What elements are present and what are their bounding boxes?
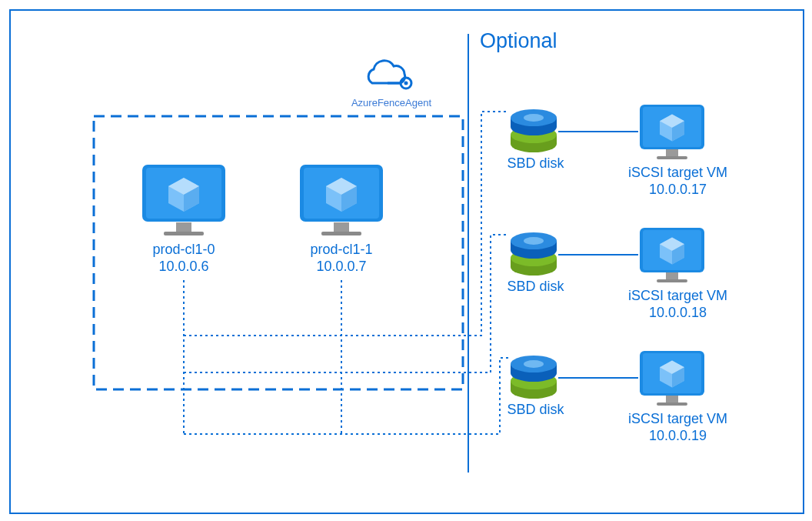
cluster-node-1-name: prod-cl1-1 (280, 242, 403, 259)
iscsi-target-1-ip: 10.0.0.18 (618, 305, 737, 322)
cluster-node-0-name: prod-cl1-0 (122, 242, 245, 259)
diagram-frame: Optional AzureFenceAgent prod-cl1-0 10.0… (9, 9, 804, 514)
cluster-node-1-ip: 10.0.0.7 (280, 259, 403, 276)
sbd-disk-0-label: SBD disk (503, 155, 568, 172)
iscsi-target-0-label: iSCSI target VM 10.0.0.17 (618, 165, 737, 198)
sbd-disk-2-label: SBD disk (503, 402, 568, 418)
iscsi-target-1-title: iSCSI target VM (618, 288, 737, 305)
optional-label: Optional (480, 29, 557, 53)
iscsi-target-2-label: iSCSI target VM 10.0.0.19 (618, 411, 737, 444)
iscsi-target-2-title: iSCSI target VM (618, 411, 737, 428)
cluster-node-1-label: prod-cl1-1 10.0.0.7 (280, 242, 403, 275)
azure-fence-agent-label: AzureFenceAgent (349, 97, 434, 109)
sbd-disk-1-label: SBD disk (503, 279, 568, 295)
iscsi-target-0-ip: 10.0.0.17 (618, 182, 737, 199)
iscsi-target-1-label: iSCSI target VM 10.0.0.18 (618, 288, 737, 321)
iscsi-target-2-ip: 10.0.0.19 (618, 428, 737, 445)
iscsi-target-0-title: iSCSI target VM (618, 165, 737, 182)
cluster-node-0-ip: 10.0.0.6 (122, 259, 245, 276)
cluster-node-0-label: prod-cl1-0 10.0.0.6 (122, 242, 245, 275)
